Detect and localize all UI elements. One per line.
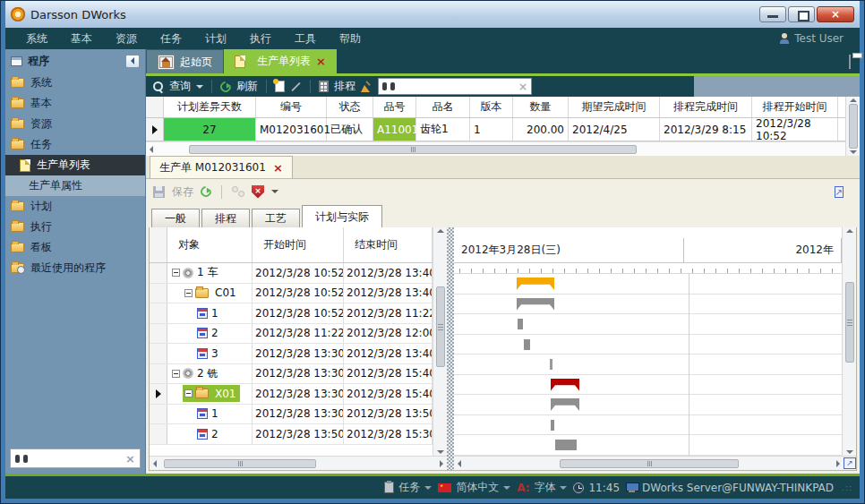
menu-item-帮助[interactable]: 帮助 [328,32,373,45]
shield-dropdown-icon[interactable] [271,190,278,193]
tree-node[interactable]: 2 铣 [170,365,221,382]
sidebar-item-系统[interactable]: 系统 [5,73,145,93]
gantt-bar-summary[interactable] [517,278,554,290]
gantt-bar-task[interactable] [518,319,523,329]
schedule-button[interactable]: 排程 [334,79,355,94]
tree-node[interactable]: 3 [195,345,222,362]
tree-row-C01[interactable]: C012012/3/28 10:522012/3/28 13:40 [150,284,432,304]
sidebar-item-计划[interactable]: 计划 [5,196,145,217]
tree-row-1 车[interactable]: 1 车2012/3/28 10:522012/3/28 13:40 [150,263,432,284]
status-language-menu[interactable]: 简体中文 [438,480,510,495]
menu-item-系统[interactable]: 系统 [14,32,59,45]
sidebar-item-生产单属性[interactable]: 生产单属性 [5,175,145,196]
column-header-品名[interactable]: 品名 [416,97,470,117]
query-dropdown-icon[interactable] [196,85,203,89]
tree-row-X01[interactable]: X012012/3/28 13:302012/3/28 15:40 [150,384,432,405]
edit-icon[interactable] [291,81,301,91]
tree-row-1[interactable]: 12012/3/28 13:302012/3/28 13:50 [150,405,432,425]
gantt-bar-summary[interactable] [517,298,554,311]
clear-broom-icon[interactable] [361,81,373,92]
gantt-vertical-scrollbar[interactable] [842,227,856,456]
menu-item-资源[interactable]: 资源 [104,32,149,45]
tab-工艺[interactable]: 工艺 [252,209,300,227]
tree-vertical-scrollbar[interactable] [432,227,447,456]
tree-horizontal-scrollbar[interactable] [150,456,447,470]
sidebar-item-基本[interactable]: 基本 [5,93,145,114]
pane-splitter[interactable] [447,227,454,470]
menu-item-基本[interactable]: 基本 [59,32,104,45]
table-row[interactable]: 27M012031601已确认A11001齿轮11200.002012/4/25… [146,118,845,141]
tree-node[interactable]: 2 [195,425,222,442]
tree-row-3[interactable]: 32012/3/28 13:302012/3/28 13:40 [150,344,432,364]
column-header-版本[interactable]: 版本 [470,97,513,117]
tree-row-2[interactable]: 22012/3/28 11:222012/3/28 12:00 [150,324,432,345]
gantt-bar-task[interactable] [555,440,577,450]
column-header-对象[interactable]: 对象 [167,227,253,262]
refresh-icon[interactable] [199,184,214,200]
printer-icon[interactable] [849,55,851,69]
collapse-expander-icon[interactable] [172,370,180,378]
column-header-结束时间[interactable]: 结束时间 [344,227,432,262]
collapse-expander-icon[interactable] [184,389,193,397]
menu-item-工具[interactable]: 工具 [283,32,328,45]
sidebar-item-看板[interactable]: 看板 [5,237,145,258]
column-header-数量[interactable]: 数量 [513,97,569,117]
tab-一般[interactable]: 一般 [151,209,200,227]
tree-row-1[interactable]: 12012/3/28 10:522012/3/28 11:22 [150,303,432,324]
sidebar-item-最近使用的程序[interactable]: 最近使用的程序 [5,258,145,278]
tree-node[interactable]: X01 [183,385,240,402]
clear-search-icon[interactable]: × [125,452,135,466]
sidebar-item-资源[interactable]: 资源 [5,114,145,134]
gantt-bar-task[interactable] [551,420,554,431]
sidebar-item-生产单列表[interactable]: 生产单列表 [5,155,145,175]
minimize-button[interactable] [759,6,786,22]
column-header-排程开始时间[interactable]: 排程开始时间 [752,97,838,117]
link-structure-icon[interactable] [232,186,244,197]
tree-row-2[interactable]: 22012/3/28 13:502012/3/28 15:30 [150,424,432,445]
gantt-bar-summary[interactable] [551,379,579,391]
tree-node[interactable]: 1 车 [170,264,221,281]
new-document-icon[interactable] [275,81,285,92]
open-in-window-icon[interactable]: ↗ [835,186,844,198]
security-shield-icon[interactable]: × [252,185,264,199]
status-task-menu[interactable]: 任务 [384,480,432,495]
close-button[interactable]: × [817,6,854,22]
menu-item-计划[interactable]: 计划 [193,32,238,45]
resize-grip[interactable]: .:: [842,483,852,492]
query-button[interactable]: 查询 [169,79,191,94]
tab-生产单列表[interactable]: 生产单列表× [224,49,337,73]
tree-row-2 铣[interactable]: 2 铣2012/3/28 13:302012/3/28 15:40 [150,364,432,385]
gantt-bar-task[interactable] [550,359,552,370]
save-button[interactable]: 保存 [172,184,193,200]
tree-node[interactable]: 1 [195,406,222,423]
gantt-popout-icon[interactable]: ↗ [844,457,856,469]
collapse-expander-icon[interactable] [172,269,180,277]
tree-node[interactable]: 1 [195,304,222,321]
close-icon[interactable]: × [273,162,283,174]
sidebar-search-box[interactable]: × [10,448,141,468]
refresh-button[interactable]: 刷新 [236,79,258,94]
tab-起始页[interactable]: 起始页 [146,49,224,73]
sidebar-item-任务[interactable]: 任务 [5,134,145,155]
status-font-menu[interactable]: A: 字体 [517,480,567,495]
order-document-tab[interactable]: 生产单 M012031601 × [150,156,293,178]
collapse-expander-icon[interactable] [184,289,193,297]
tree-node[interactable]: C01 [183,285,240,302]
gantt-bar-summary[interactable] [551,398,579,411]
close-icon[interactable]: × [316,56,326,67]
menu-item-任务[interactable]: 任务 [149,32,193,45]
column-header-计划差异天数[interactable]: 计划差异天数 [164,97,256,117]
sidebar-item-执行[interactable]: 执行 [5,217,145,237]
column-header-状态[interactable]: 状态 [327,97,373,117]
tab-排程[interactable]: 排程 [201,209,250,227]
column-header-排程完成时间[interactable]: 排程完成时间 [660,97,752,117]
clear-search-icon[interactable]: × [518,81,527,93]
column-header-编号[interactable]: 编号 [256,97,327,117]
grid-vertical-scrollbar[interactable] [845,97,860,156]
menu-item-执行[interactable]: 执行 [238,32,283,45]
gantt-horizontal-scrollbar[interactable]: ↗ [454,456,856,470]
toolbar-search-input[interactable]: × [378,78,532,95]
column-header-品号[interactable]: 品号 [373,97,416,117]
restore-button[interactable] [788,6,815,22]
tab-计划与实际[interactable]: 计划与实际 [302,205,382,227]
